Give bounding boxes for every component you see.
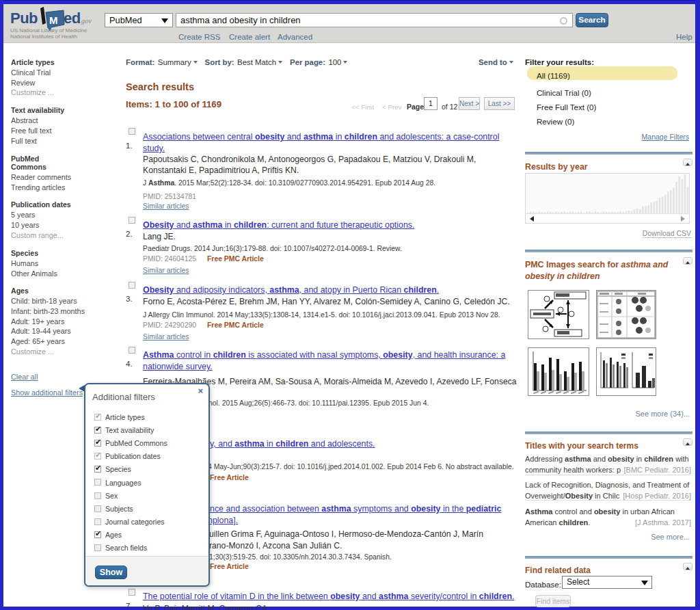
svg-text:M: M [49, 14, 58, 26]
